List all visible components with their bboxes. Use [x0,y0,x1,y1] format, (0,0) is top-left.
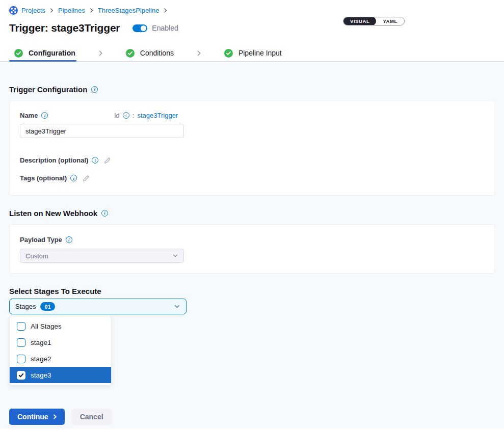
edit-tags-icon[interactable] [83,175,90,182]
toggle-knob [141,25,146,31]
info-icon[interactable]: i [41,112,48,119]
footer-actions: Continue Cancel [9,409,495,425]
stages-count-badge: 01 [40,302,55,311]
harness-logo-icon [9,6,18,15]
check-circle-icon [14,49,23,58]
check-circle-icon [224,49,233,58]
tags-row: Tags (optional) i [20,174,484,182]
tab-conditions[interactable]: Conditions [126,49,174,58]
page-title: Trigger: stage3Trigger [9,22,120,34]
tab-pipeline-input[interactable]: Pipeline Input [224,49,282,58]
id-separator: : [132,112,135,119]
breadcrumb-pipeline-name[interactable]: ThreeStagesPipeline [98,7,160,14]
chevron-right-icon [89,8,94,13]
description-label-text: Description (optional) [20,156,88,164]
info-icon[interactable]: i [92,157,98,164]
webhook-heading: Listen on New Webhook i [9,208,495,218]
trigger-id-value[interactable]: stage3Trigger [137,112,178,119]
chevron-right-icon [97,50,104,57]
info-icon[interactable]: i [70,175,77,181]
name-input[interactable] [20,124,184,138]
enabled-toggle[interactable] [132,24,147,32]
breadcrumb-pipelines[interactable]: Pipelines [58,7,85,14]
info-icon[interactable]: i [66,236,72,243]
cancel-label: Cancel [80,413,103,421]
stage-option-stage2[interactable]: stage2 [10,351,111,367]
stages-select-label: Stages [15,303,36,310]
tags-label-text: Tags (optional) [20,174,67,182]
stage-option-label: stage1 [31,339,51,346]
checkbox-checked[interactable] [17,371,25,380]
continue-label: Continue [17,413,48,421]
info-icon[interactable]: i [91,86,98,93]
stage-option-all-stages[interactable]: All Stages [10,318,111,334]
payload-type-value: Custom [25,252,48,260]
payload-type-select[interactable]: Custom [20,249,184,263]
stage-option-stage3[interactable]: stage3 [10,367,111,383]
name-field-label: Name i [20,112,114,119]
tab-label: Pipeline Input [238,49,282,57]
continue-button[interactable]: Continue [9,409,65,425]
chevron-right-icon [163,8,168,13]
section-title-text: Select Stages To Execute [9,287,101,295]
checkbox-unchecked[interactable] [17,338,25,347]
wizard-tabs: Configuration Conditions Pipeline Input [0,45,504,62]
checkbox-unchecked[interactable] [17,322,25,331]
chevron-right-icon [196,50,202,57]
breadcrumb: Projects Pipelines ThreeStagesPipeline [9,6,495,15]
visual-yaml-toggle: VISUAL YAML [343,17,405,25]
chevron-down-icon [174,303,180,310]
info-icon[interactable]: i [123,112,129,119]
chevron-right-icon [49,8,55,13]
page-header: Projects Pipelines ThreeStagesPipeline T… [0,0,504,35]
description-row: Description (optional) i [20,156,484,164]
breadcrumb-projects[interactable]: Projects [21,7,45,14]
trigger-configuration-heading: Trigger Configuration i [9,85,495,94]
info-icon[interactable]: i [101,210,108,217]
active-tab-underline [9,60,76,62]
trigger-id-row: Id i : stage3Trigger [114,112,178,119]
checkbox-unchecked[interactable] [17,355,25,363]
tab-label: Conditions [140,49,174,57]
yaml-button[interactable]: YAML [376,17,404,25]
stage-option-label: All Stages [31,322,62,330]
stages-multiselect[interactable]: Stages 01 [9,299,187,314]
tab-label: Configuration [29,49,75,57]
cancel-button[interactable]: Cancel [71,409,112,425]
name-label-text: Name [20,112,38,119]
enabled-label: Enabled [152,24,178,32]
webhook-card: Payload Type i Custom [9,224,495,274]
tab-configuration[interactable]: Configuration [14,49,75,58]
check-circle-icon [126,49,135,58]
stage-option-label: stage2 [31,355,51,363]
payload-type-label-text: Payload Type [20,236,62,244]
id-label-text: Id [114,112,120,119]
chevron-right-icon [52,414,58,419]
trigger-configuration-card: Name i Id i : stage3Trigger Description … [9,100,495,196]
select-stages-heading: Select Stages To Execute [9,286,495,295]
stage-option-stage1[interactable]: stage1 [10,334,111,351]
title-row: Trigger: stage3Trigger Enabled [9,21,495,35]
visual-button[interactable]: VISUAL [343,17,376,25]
main-content: Trigger Configuration i Name i Id i : st… [0,62,504,429]
stage-option-label: stage3 [31,371,51,379]
edit-description-icon[interactable] [104,157,111,164]
chevron-down-icon [172,253,178,259]
section-title-text: Listen on New Webhook [9,209,97,218]
payload-type-label: Payload Type i [20,236,484,244]
section-title-text: Trigger Configuration [9,85,87,94]
stages-dropdown-menu: All Stages stage1 stage2 stage3 [9,316,112,386]
